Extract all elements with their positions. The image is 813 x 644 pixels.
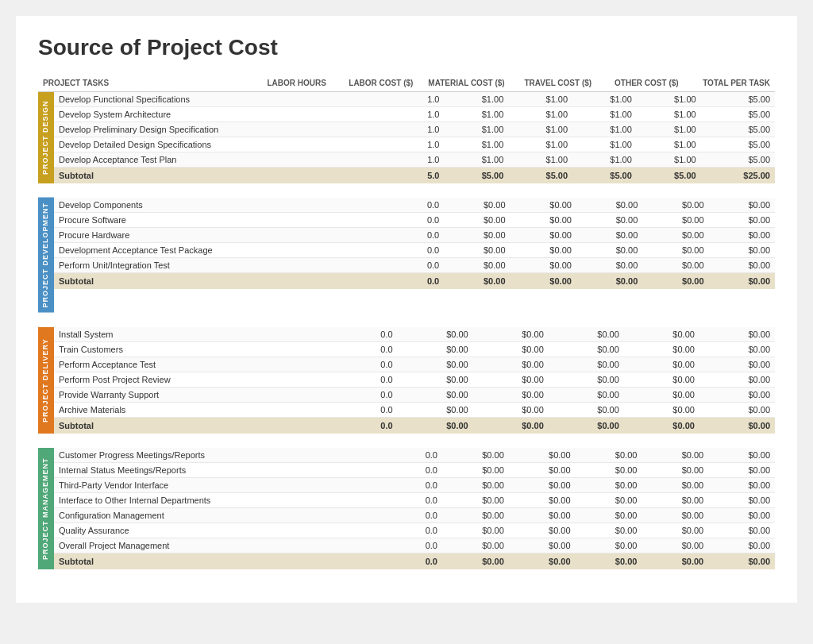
section-delivery: PROJECT DELIVERYInstall System0.0$0.00$0… [38, 327, 775, 434]
cell-4-6: $5.00 [701, 152, 775, 168]
col-header-material-cost: MATERIAL COST ($) [418, 75, 509, 92]
cell-2-1: 1.0 [400, 122, 445, 137]
cell-6-4: $0.00 [576, 538, 642, 553]
cell-1-6: $0.00 [708, 462, 775, 477]
section-label-development: PROJECT DEVELOPMENT [38, 198, 54, 313]
cell-3-2: $0.00 [444, 243, 510, 258]
subtotal-row-delivery: Subtotal0.0$0.00$0.00$0.00$0.00$0.00 [54, 417, 775, 434]
cell-2-0: Develop Preliminary Design Specification [54, 122, 400, 137]
subtotal-cell-2: $5.00 [444, 168, 508, 184]
cell-0-2: $0.00 [444, 198, 510, 213]
subtotal-cell-6: $0.00 [699, 417, 775, 434]
table-row: Perform Acceptance Test0.0$0.00$0.00$0.0… [54, 357, 775, 372]
cell-0-6: $0.00 [708, 448, 775, 463]
cell-4-0: Develop Acceptance Test Plan [54, 152, 400, 168]
cell-4-3: $0.00 [473, 387, 549, 402]
cell-0-5: $0.00 [642, 448, 708, 463]
cell-5-1: 0.0 [396, 523, 442, 538]
cell-5-0: Quality Assurance [54, 523, 396, 538]
cell-0-4: $0.00 [576, 448, 642, 463]
cell-1-0: Develop System Architecture [54, 107, 400, 122]
cell-0-5: $0.00 [624, 327, 699, 342]
cell-1-1: 0.0 [345, 341, 398, 357]
cell-2-1: 0.0 [396, 477, 442, 492]
subtotal-cell-5: $5.00 [637, 168, 701, 184]
table-row: Develop Components0.0$0.00$0.00$0.00$0.0… [54, 198, 775, 213]
subtotal-cell-2: $0.00 [442, 553, 509, 569]
cell-5-5: $0.00 [642, 523, 708, 538]
subtotal-row-development: Subtotal0.0$0.00$0.00$0.00$0.00$0.00 [54, 273, 775, 290]
cell-0-6: $5.00 [701, 92, 775, 107]
subtotal-cell-3: $0.00 [509, 553, 576, 569]
table-row: Install System0.0$0.00$0.00$0.00$0.00$0.… [54, 327, 775, 342]
section-label-management: PROJECT MANAGEMENT [38, 448, 54, 569]
cell-1-2: $0.00 [398, 341, 473, 357]
cell-2-1: 0.0 [399, 228, 445, 243]
table-row: Develop Preliminary Design Specification… [54, 122, 775, 137]
cell-1-6: $5.00 [701, 107, 775, 122]
cell-3-3: $0.00 [509, 492, 576, 507]
cell-0-4: $1.00 [572, 92, 637, 107]
col-header-labor-hours: LABOR HOURS [249, 75, 331, 92]
sections-container: PROJECT DESIGNDevelop Functional Specifi… [38, 92, 775, 569]
subtotal-cell-5: $0.00 [642, 553, 708, 569]
cell-0-3: $0.00 [509, 448, 576, 463]
cell-3-4: $0.00 [549, 372, 624, 387]
cell-3-5: $0.00 [642, 492, 708, 507]
cell-0-5: $0.00 [642, 198, 708, 213]
cell-6-6: $0.00 [708, 538, 775, 553]
table-row: Internal Status Meetings/Reports0.0$0.00… [54, 462, 775, 477]
cell-2-2: $0.00 [442, 477, 509, 492]
subtotal-cell-2: $0.00 [398, 417, 473, 434]
subtotal-cell-1: 0.0 [396, 553, 442, 569]
cell-3-0: Interface to Other Internal Departments [54, 492, 396, 507]
cell-5-5: $0.00 [624, 402, 699, 417]
cell-5-4: $0.00 [549, 402, 624, 417]
subtotal-cell-0: Subtotal [54, 417, 345, 434]
cell-2-3: $0.00 [511, 228, 576, 243]
cell-0-1: 0.0 [399, 198, 445, 213]
cell-4-1: 0.0 [399, 258, 445, 273]
cell-0-2: $0.00 [442, 448, 509, 463]
cell-3-4: $0.00 [576, 243, 642, 258]
cell-4-5: $0.00 [642, 258, 708, 273]
table-row: Perform Post Project Review0.0$0.00$0.00… [54, 372, 775, 387]
cell-2-0: Third-Party Vendor Interface [54, 477, 396, 492]
cell-0-1: 0.0 [345, 327, 398, 342]
cell-1-5: $1.00 [637, 107, 701, 122]
cell-0-6: $0.00 [709, 198, 775, 213]
cell-4-2: $0.00 [444, 258, 510, 273]
cell-3-6: $5.00 [701, 137, 775, 152]
cell-4-6: $0.00 [708, 507, 775, 523]
cell-2-6: $0.00 [708, 477, 775, 492]
cell-0-0: Install System [54, 327, 345, 342]
cell-0-0: Customer Progress Meetings/Reports [54, 448, 396, 463]
cell-3-5: $0.00 [642, 243, 708, 258]
cell-4-5: $0.00 [624, 387, 699, 402]
subtotal-cell-4: $0.00 [576, 553, 642, 569]
cell-5-6: $0.00 [708, 523, 775, 538]
subtotal-cell-6: $0.00 [709, 273, 775, 290]
cell-1-3: $0.00 [511, 213, 576, 228]
table-row: Perform Unit/Integration Test0.0$0.00$0.… [54, 258, 775, 273]
cell-2-6: $0.00 [709, 228, 775, 243]
cell-5-6: $0.00 [699, 402, 775, 417]
cell-1-3: $1.00 [508, 107, 572, 122]
cell-2-3: $1.00 [508, 122, 572, 137]
col-header-labor-cost: LABOR COST ($) [331, 75, 418, 92]
table-row: Provide Warranty Support0.0$0.00$0.00$0.… [54, 387, 775, 402]
cell-3-3: $0.00 [511, 243, 576, 258]
cell-3-2: $0.00 [442, 492, 509, 507]
cell-3-2: $0.00 [398, 372, 473, 387]
cell-2-5: $0.00 [642, 228, 708, 243]
cell-5-3: $0.00 [509, 523, 576, 538]
subtotal-cell-0: Subtotal [54, 168, 400, 184]
section-development: PROJECT DEVELOPMENTDevelop Components0.0… [38, 198, 775, 313]
cell-4-2: $1.00 [444, 152, 508, 168]
cell-4-4: $0.00 [576, 258, 642, 273]
subtotal-cell-5: $0.00 [624, 417, 699, 434]
cell-5-0: Archive Materials [54, 402, 345, 417]
cell-2-5: $0.00 [642, 477, 708, 492]
section-management: PROJECT MANAGEMENTCustomer Progress Meet… [38, 448, 775, 569]
cell-6-5: $0.00 [642, 538, 708, 553]
